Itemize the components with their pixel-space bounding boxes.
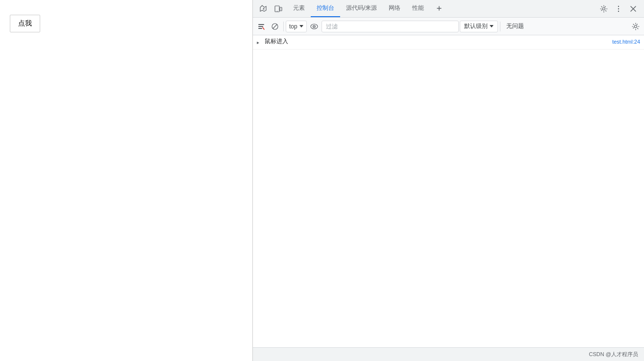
inspect-icon — [260, 5, 268, 13]
tab-network[interactable]: 网络 — [383, 0, 406, 17]
filter-input[interactable] — [322, 21, 459, 32]
console-settings-button[interactable] — [629, 20, 642, 33]
eye-icon — [310, 24, 318, 29]
devtools-settings-button[interactable] — [597, 2, 611, 16]
footer-text: CSDN @人才程序员 — [589, 351, 638, 358]
log-source[interactable]: test.html:24 — [612, 37, 640, 46]
devtools-tabs: 元素 控制台 源代码/来源 网络 性能 — [287, 0, 595, 17]
dropdown-arrow-icon — [299, 25, 303, 27]
more-tabs-icon — [436, 5, 443, 12]
level-label: 默认级别 — [464, 22, 488, 30]
devtools-topbar-right — [595, 2, 642, 16]
svg-point-7 — [618, 10, 619, 11]
inspect-element-button[interactable] — [257, 2, 271, 16]
svg-rect-9 — [258, 26, 263, 27]
devtools-close-button[interactable] — [626, 2, 640, 16]
eye-filter-button[interactable] — [308, 20, 321, 33]
level-selector[interactable]: 默认级别 — [460, 21, 498, 32]
tab-sources[interactable]: 源代码/来源 — [340, 0, 383, 17]
page-area: 点我 — [0, 0, 252, 361]
console-log-entry: ▸ 鼠标进入 test.html:24 — [253, 35, 644, 50]
top-selector[interactable]: top — [286, 21, 307, 32]
svg-point-17 — [635, 25, 637, 27]
svg-point-6 — [618, 8, 619, 9]
console-gear-icon — [632, 23, 640, 30]
clear-icon — [258, 23, 265, 30]
level-dropdown-icon — [490, 25, 494, 27]
devtools-panel: 元素 控制台 源代码/来源 网络 性能 — [252, 0, 644, 361]
tab-performance[interactable]: 性能 — [406, 0, 430, 17]
devtools-topbar: 元素 控制台 源代码/来源 网络 性能 — [253, 0, 644, 18]
svg-line-11 — [263, 27, 264, 29]
svg-rect-10 — [258, 28, 262, 29]
svg-rect-2 — [280, 7, 282, 11]
console-toolbar: top 默认级别 无问题 — [253, 18, 644, 35]
tab-more[interactable] — [430, 0, 448, 17]
svg-rect-8 — [258, 24, 264, 25]
clear-console-button[interactable] — [255, 20, 268, 33]
settings-gear-icon — [600, 5, 608, 13]
close-icon — [629, 5, 637, 13]
no-issues-label: 无问题 — [502, 22, 528, 30]
svg-point-0 — [263, 8, 265, 9]
svg-point-3 — [277, 11, 278, 12]
svg-point-5 — [618, 5, 619, 6]
kebab-menu-icon — [615, 5, 622, 13]
expand-arrow[interactable]: ▸ — [257, 38, 265, 47]
svg-point-4 — [603, 7, 605, 10]
tab-console[interactable]: 控制台 — [311, 0, 340, 17]
svg-point-16 — [314, 26, 315, 27]
devtools-menu-button[interactable] — [612, 2, 625, 16]
device-toolbar-button[interactable] — [272, 2, 285, 16]
click-button[interactable]: 点我 — [10, 15, 40, 32]
toolbar-divider-2 — [500, 22, 500, 31]
toolbar-divider-1 — [283, 22, 284, 31]
stop-recording-button[interactable] — [269, 20, 281, 33]
stop-icon — [272, 23, 278, 30]
console-content: ▸ 鼠标进入 test.html:24 — [253, 35, 644, 347]
device-icon — [274, 5, 282, 13]
tab-elements[interactable]: 元素 — [287, 0, 311, 17]
top-label: top — [289, 23, 297, 30]
devtools-topbar-left — [255, 2, 287, 16]
devtools-footer: CSDN @人才程序员 — [253, 347, 644, 361]
log-message: 鼠标进入 — [265, 37, 608, 46]
svg-line-13 — [273, 25, 277, 28]
